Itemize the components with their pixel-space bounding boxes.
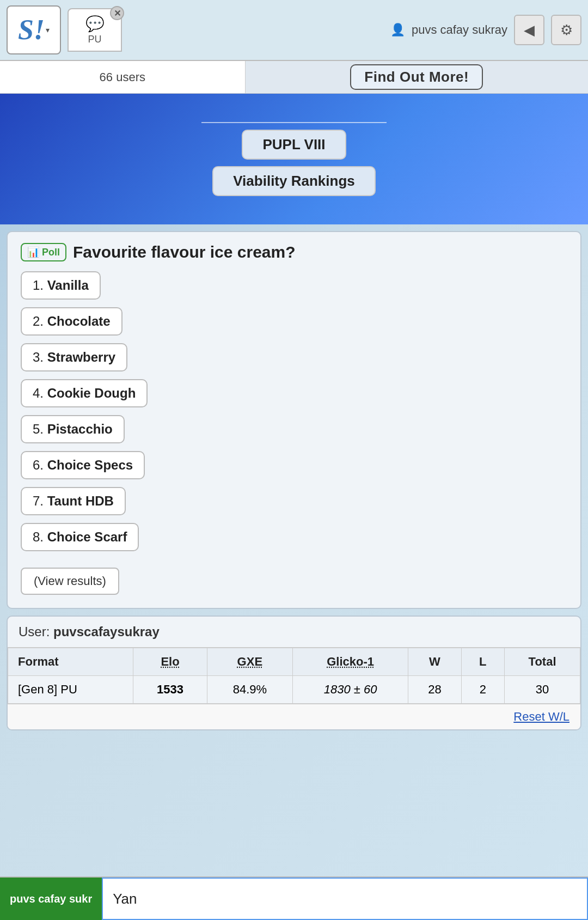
user-info: 👤 puvs cafay sukray ◀ ⚙ [390,15,581,45]
stats-user-header: User: puvscafaysukray [8,617,580,648]
view-results-button[interactable]: (View results) [21,568,119,595]
stat-glicko: 1830 ± 60 [292,676,408,704]
poll-option-5-number: 5. [33,422,47,436]
col-l: L [461,648,505,676]
poll-option-4-number: 4. [33,386,47,400]
pupl-button[interactable]: PUPL VIII [242,130,346,160]
pupl-label: PUPL VIII [262,136,325,153]
settings-icon: ⚙ [560,22,573,39]
poll-option-5-label: Pistacchio [47,422,113,436]
stat-l: 2 [461,676,505,704]
poll-option-8-number: 8. [33,529,47,544]
users-count: 66 users [0,61,246,93]
user-icon: 👤 [390,23,405,37]
logo-box[interactable]: S! ▾ [7,5,61,54]
poll-option-1[interactable]: 1. Vanilla [21,271,101,300]
poll-option-2-number: 2. [33,314,47,328]
poll-option-6[interactable]: 6. Choice Specs [21,451,145,479]
banner: PUPL VIII Viability Rankings [0,94,588,224]
poll-options: 1. Vanilla 2. Chocolate 3. Strawberry 4.… [21,271,567,559]
poll-option-3[interactable]: 3. Strawberry [21,343,127,371]
stat-w: 28 [408,676,461,704]
sub-header: 66 users Find Out More! [0,61,588,94]
viability-button[interactable]: Viability Rankings [212,166,375,196]
input-username-display: puvs cafay sukr [0,878,102,920]
poll-option-1-number: 1. [33,278,47,293]
poll-option-5[interactable]: 5. Pistacchio [21,415,125,443]
stat-elo: 1533 [133,676,207,704]
stats-section: User: puvscafaysukray Format Elo GXE Gli… [7,616,581,730]
chat-tab-label: PU [88,34,101,45]
close-button[interactable]: ✕ [110,6,124,20]
stats-data-row: [Gen 8] PU 1533 84.9% 1830 ± 60 28 2 30 [8,676,580,704]
poll-badge-label: Poll [42,247,60,258]
poll-option-6-number: 6. [33,458,47,472]
poll-option-8-label: Choice Scarf [47,529,127,544]
chat-icon: 💬 [85,15,105,33]
col-total: Total [505,648,580,676]
stats-table: Format Elo GXE Glicko-1 W L Total [Gen 8… [8,648,580,704]
poll-option-8[interactable]: 8. Choice Scarf [21,523,139,551]
poll-section: 📊 Poll Favourite flavour ice cream? 1. V… [7,231,581,609]
poll-option-7-number: 7. [33,493,47,508]
header-username: puvs cafay sukray [412,23,507,37]
sound-button[interactable]: ◀ [514,15,544,45]
poll-option-4[interactable]: 4. Cookie Dough [21,379,148,407]
stats-header-row: Format Elo GXE Glicko-1 W L Total [8,648,580,676]
stat-total: 30 [505,676,580,704]
viability-label: Viability Rankings [233,173,354,189]
chat-input[interactable] [102,878,588,920]
poll-option-1-label: Vanilla [47,278,89,293]
stat-gxe: 84.9% [207,676,292,704]
poll-option-2[interactable]: 2. Chocolate [21,307,122,336]
logo-caret: ▾ [46,26,50,34]
reset-wl-link[interactable]: Reset W/L [513,710,569,723]
find-out-more-label: Find Out More! [350,64,483,90]
banner-content: PUPL VIII Viability Rankings [201,122,387,196]
poll-question: Favourite flavour ice cream? [73,243,296,261]
stat-format: [Gen 8] PU [8,676,133,704]
poll-badge: 📊 Poll [21,243,66,261]
poll-option-2-label: Chocolate [47,314,111,328]
poll-option-3-label: Strawberry [47,350,115,364]
col-w: W [408,648,461,676]
poll-option-4-label: Cookie Dough [47,386,136,400]
col-gxe: GXE [207,648,292,676]
banner-divider [201,122,387,123]
logo-text: S! [18,16,45,44]
poll-option-7-label: Taunt HDB [47,493,114,508]
poll-option-7[interactable]: 7. Taunt HDB [21,487,126,515]
stats-user-label: User: [19,624,50,639]
header: S! ▾ 💬 PU ✕ 👤 puvs cafay sukray ◀ ⚙ [0,0,588,61]
poll-header: 📊 Poll Favourite flavour ice cream? [21,243,567,261]
chat-tab[interactable]: 💬 PU ✕ [68,8,122,52]
poll-option-3-number: 3. [33,350,47,364]
input-bar: puvs cafay sukr [0,876,588,920]
col-elo: Elo [133,648,207,676]
poll-option-6-label: Choice Specs [47,458,133,472]
settings-button[interactable]: ⚙ [551,15,581,45]
close-icon: ✕ [114,8,121,19]
col-glicko: Glicko-1 [292,648,408,676]
find-out-more-button[interactable]: Find Out More! [246,61,588,93]
reset-row: Reset W/L [8,704,580,729]
col-format: Format [8,648,133,676]
poll-icon: 📊 [27,246,39,258]
sound-icon: ◀ [524,22,535,39]
stats-username: puvscafaysukray [53,624,160,639]
view-results-label: (View results) [34,574,106,588]
